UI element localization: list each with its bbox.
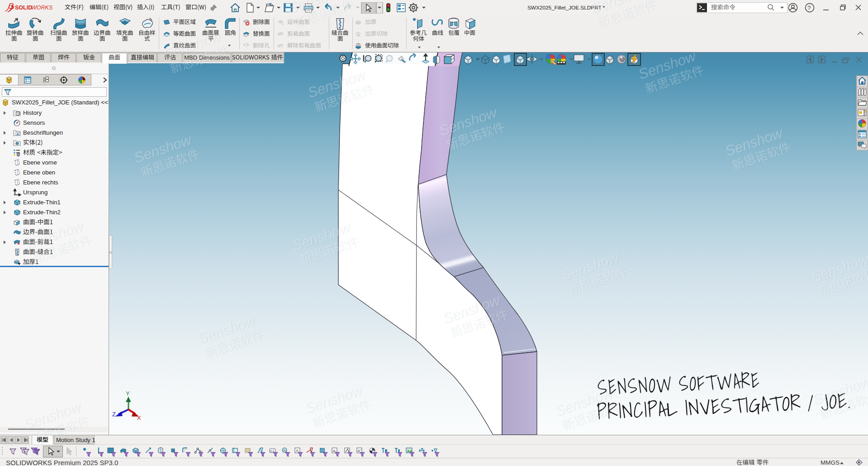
svg-text:X: X — [137, 414, 141, 421]
svg-text:?: ? — [807, 5, 811, 11]
svg-text:Y: Y — [126, 390, 130, 397]
svg-text:A: A — [17, 132, 19, 136]
svg-text:Z: Z — [112, 411, 116, 418]
svg-text:WORKS: WORKS — [31, 5, 53, 11]
svg-text:N: N — [284, 449, 286, 452]
svg-text:SOLID: SOLID — [15, 5, 32, 11]
